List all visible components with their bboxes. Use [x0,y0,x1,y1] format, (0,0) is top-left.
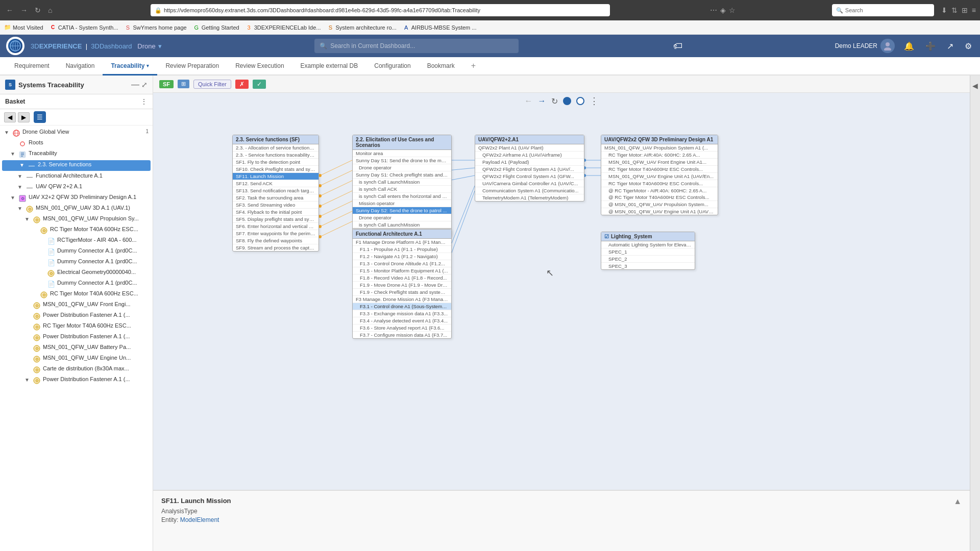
fa-f1[interactable]: F1 Manage Drone Platform A1 (F1 Manage..… [353,239,451,246]
tree-item-elec-geo[interactable]: ⚙ Electrical Geometry00000040... [0,268,153,279]
tree-item-rctiger-doc[interactable]: 📄 RCTigerMotor - AIR 40A - 600... [0,236,153,246]
lighting-checkbox[interactable]: ☑ [604,234,609,239]
fa-f37[interactable]: F3.7 - Configure mission data A1 (F3.7..… [353,332,451,338]
uav-flight-ctrl1[interactable]: QFW2x2 Flight Control System A1 (UAV/... [475,166,584,173]
tab-review-prep[interactable]: Review Preparation [157,57,227,76]
bookmark-most-visited[interactable]: 📁 Most Visited [4,24,43,31]
uc-drone-op[interactable]: Drone operator [353,164,451,171]
fa-f34[interactable]: F3.4 - Analyse detected event A1 (F3.4..… [353,317,451,324]
app-search-bar[interactable]: 🔍 Search in Current Dashboard... [314,39,519,53]
tag-icon[interactable]: 🏷 [673,41,682,52]
pd-propulsion2[interactable]: @ MSN_001_QFW_UAV Propulsion System... [601,201,718,208]
tree-item-front-engine[interactable]: ⚙ MSN_001_QFW_UAV Front Engi... [0,300,153,311]
fa-f33[interactable]: F3.3 - Exchange mission data A1 (F3.3... [353,310,451,317]
toggle-uav-x22[interactable]: ▼ [10,195,17,201]
sf-item-2[interactable]: SF2. Task the surrounding area [233,194,318,202]
tab-configuration[interactable]: Configuration [366,57,419,76]
menu-icon[interactable]: ≡ [972,6,976,14]
ls-spec1[interactable]: SPEC_1 [601,248,695,256]
pd-rc-esc2[interactable]: RC Tiger Motor T40A600Hz ESC Controls... [601,180,718,187]
uav-telemetry[interactable]: TelemetryModem A1 (TelemetryModem) [475,194,584,201]
fa-f3[interactable]: F3 Manage. Drone Mission A1 (F3 Manage [353,296,451,303]
sf-item-3[interactable]: SF3. Send Streaming video [233,202,318,209]
sf-item-alloc[interactable]: 2.3. - Allocation of service functions t… [233,144,318,152]
sf-item-12[interactable]: SF12. Send ACK [233,180,318,187]
toggle-propulsion[interactable]: ▼ [24,216,32,222]
nav-prev-arrow[interactable]: ← [525,96,533,106]
toggle-traceability[interactable]: ▼ [10,151,17,157]
sf-item-9[interactable]: SF9. Stream and process the captured im.… [233,244,318,251]
pocket-icon[interactable]: ◈ [720,6,726,14]
download-icon[interactable]: ⬇ [941,6,947,14]
bookmark-swymers[interactable]: S SwYmers home page [125,24,187,31]
uc-synch-ack[interactable]: is synch Call ACK [353,186,451,193]
pd-engine2[interactable]: @ MSN_001_QFW_UAV Engine Unit A1 (UAV/En… [601,208,718,215]
tree-item-uav-x22[interactable]: ▼ ⚙ UAV X2+2 QFW 3D Preliminary Design A… [0,193,153,204]
bookmark-getting-started[interactable]: G Getting Started [193,24,239,31]
tree-item-dummy1[interactable]: 📄 Dummy Connector A.1 (prd0C... [0,246,153,257]
toggle-msn001[interactable]: ▼ [17,206,24,211]
tree-item-rc-tiger-3[interactable]: ⚙ RC Tiger Motor T40A 600Hz ESC... [0,321,153,332]
back-button[interactable]: ← [4,5,15,15]
sidebar-prev-btn[interactable]: ◀ [4,112,16,122]
tab-bookmark[interactable]: Bookmark [419,57,463,76]
tree-item-dummy2[interactable]: 📄 Dummy Connector A.1 (prd0C... [0,257,153,268]
uc-monitor[interactable]: Monitor area [353,150,451,157]
pd-propulsion[interactable]: MSN_001_QFW_UAV Propulsion System A1 (..… [601,144,718,152]
address-bar[interactable]: 🔒 https://vdemopro560dsy.extranet.3ds.co… [151,4,610,16]
uav-airframe[interactable]: QFW2x2 Airframe A1 (UAV/Airframe) [475,152,584,159]
uav-qfw-plant[interactable]: QFW2x2 Plant A1 (UAV Plant) [475,144,584,152]
user-avatar[interactable] [880,39,895,53]
fa-f12[interactable]: F1.2 - Navigate A1 (F1.2 - Navigato) [353,253,451,260]
tree-item-engine-unit[interactable]: ⚙ MSN_001_QFW_UAV Engine Un... [0,354,153,364]
fa-f18[interactable]: F1.8 - Record Video A1 (F1.8 - Record... [353,274,451,282]
pd-rc-esc3[interactable]: @ RC Tiger Motor T40A600Hz ESC Controls.… [601,194,718,201]
tree-item-uav-qfw[interactable]: ▼ — UAV QFW 2+2 A.1 [0,182,153,193]
uav-comm[interactable]: Communication System A1 (Communicatio... [475,187,584,194]
basket-options-icon[interactable]: ⋮ [140,97,148,106]
sidebar-expand-icon[interactable]: ⤢ [141,81,148,89]
fa-f19[interactable]: F1.9 - Move Drone A1 (F1.9 - Move Dron..… [353,282,451,289]
tree-item-carte[interactable]: ⚙ Carte de distribution (8x30A max... [0,364,153,375]
sf-item-8[interactable]: SF8. Fly the defined waypoints [233,237,318,244]
pd-engine-unit[interactable]: MSN_001_QFW_UAV Engine Unit A1 (UAV/En..… [601,173,718,180]
uc-s1-drone[interactable]: Sunny Day S1: Send the drone to the mo..… [353,157,451,164]
tab-icon[interactable]: ⊞ [962,6,968,14]
tree-item-power-dist-1[interactable]: ⚙ Power Distribution Fastener A.1 (... [0,311,153,321]
filter-clear-btn[interactable]: ✗ [235,80,249,89]
fa-f31[interactable]: F3.1 - Control drone A1 (Sous-Systeme A.… [353,303,451,310]
sync-icon[interactable]: ⇅ [951,6,958,14]
nav-circle-filled[interactable] [563,97,571,105]
tools-icon[interactable]: ⚙ [963,39,974,53]
nav-more-options[interactable]: ⋮ [590,95,599,107]
uc-drone-op2[interactable]: Drone operator [353,214,451,221]
uc-synch-enter[interactable]: is synch Call enters the horizontal and … [353,193,451,200]
fa-f36[interactable]: F3.6 - Store Analysed report A1 (F3.6... [353,324,451,332]
share-icon[interactable]: ↗ [945,39,955,53]
tree-item-func-arch[interactable]: ▼ — Functional Architecture A.1 [0,171,153,182]
toggle-power-dist-3[interactable]: ▼ [24,377,32,383]
filter-apply-btn[interactable]: ✓ [253,80,266,89]
sidebar-minimize-icon[interactable]: — [131,80,139,89]
sf-item-1[interactable]: SF1. Fly to the detection point [233,159,318,166]
list-icon[interactable]: ☰ [34,111,46,123]
tree-item-roots[interactable]: Roots [0,138,153,149]
toggle-uav-qfw[interactable]: ▼ [17,184,24,190]
uc-s1-check[interactable]: Sunny Day S1: Check preflight stats and … [353,171,451,179]
fa-f15[interactable]: F1.5 - Monitor Platform Equipment A1 (..… [353,267,451,274]
uc-s2-patrol[interactable]: Sunny Day S2: Send the drone to patrol .… [353,207,451,214]
sf-item-10[interactable]: SF10. Check Preflight stats and system..… [233,166,318,173]
ls-spec2[interactable]: SPEC_2 [601,256,695,263]
uav-payload[interactable]: Payload A1 (Payload) [475,159,584,166]
pd-tiger1[interactable]: RC Tiger Motor: AIR:40A: 600HC: 2.65 A..… [601,152,718,159]
bookmark-sysarch[interactable]: S System architecture ro... [327,24,397,31]
bookmark-3dexp[interactable]: 3 3DEXPERIENCELab Ide... [246,24,321,31]
right-panel-toggle[interactable]: ◀ [970,76,980,551]
add-widget-icon[interactable]: ➕ [923,39,938,53]
uc-synch-launch2[interactable]: is synch Call LaunchMission [353,221,451,228]
tree-item-service-functions[interactable]: ▼ — 2.3. Service functions [2,160,151,171]
tab-example-db[interactable]: Example external DB [292,57,366,76]
forward-button[interactable]: → [18,5,30,15]
toggle-func-arch[interactable]: ▼ [17,173,24,179]
app-logo[interactable] [6,37,24,55]
